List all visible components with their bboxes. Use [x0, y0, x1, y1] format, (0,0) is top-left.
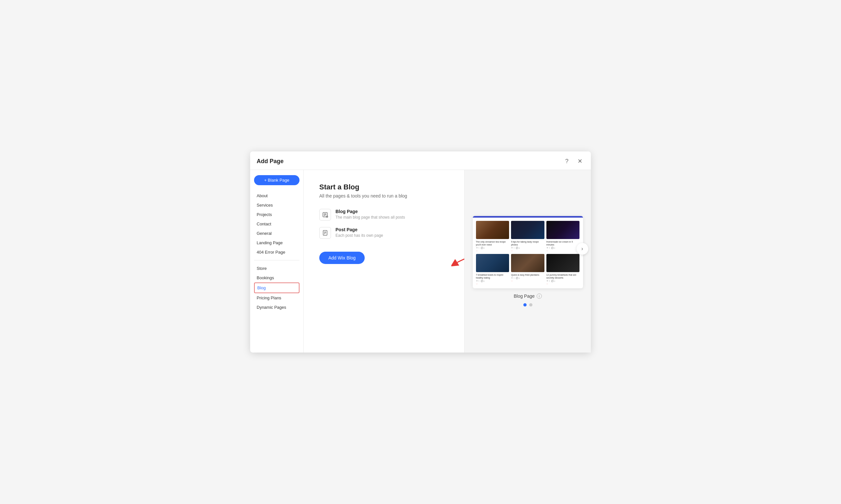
sidebar-item-404-error-page[interactable]: 404 Error Page: [254, 248, 300, 257]
blog-page-icon: [319, 209, 331, 220]
preview-heart-3: ♡: [547, 250, 580, 252]
preview-caption-1: The only cinnamon tea recipe you'll ever…: [476, 240, 509, 246]
sidebar-item-pricing-plans[interactable]: Pricing Plans: [254, 293, 300, 303]
blog-page-option-title: Blog Page: [336, 209, 405, 214]
close-button[interactable]: ✕: [575, 157, 584, 166]
preview-img-5: [511, 254, 544, 272]
preview-heart-5: ♡: [511, 280, 544, 282]
preview-meta-3: 👁 1💬 0: [547, 247, 580, 249]
blog-page-option: Blog Page The main blog page that shows …: [319, 209, 449, 220]
preview-img-4: [476, 254, 509, 272]
preview-card: The only cinnamon tea recipe you'll ever…: [473, 216, 583, 288]
post-page-icon: [319, 227, 331, 239]
carousel-dot-2[interactable]: [529, 303, 533, 306]
sidebar-nav-group2: Store Bookings Blog Pricing Plans Dynami…: [254, 264, 300, 312]
main-content: Start a Blog All the pages & tools you n…: [304, 170, 464, 353]
post-page-option-title: Post Page: [336, 227, 383, 232]
preview-item-6: 12 yummy breakfasts that are secretly de…: [547, 254, 580, 285]
page-options: Blog Page The main blog page that shows …: [319, 209, 449, 239]
preview-meta-2: 👁 1💬 0: [511, 247, 544, 249]
add-button-wrapper: Add Wix Blog: [319, 252, 449, 264]
post-page-option: Post Page Each post has its own page: [319, 227, 449, 239]
section-subtitle: All the pages & tools you need to run a …: [319, 193, 449, 198]
preview-label-text: Blog Page: [514, 293, 535, 299]
preview-meta-6: 👁 1💬 0: [547, 280, 580, 282]
preview-caption-5: Quick & easy fried plantains: [511, 273, 544, 276]
dialog-header: Add Page ? ✕: [250, 151, 591, 170]
preview-label: Blog Page i: [514, 293, 542, 299]
sidebar-item-dynamic-pages[interactable]: Dynamic Pages: [254, 303, 300, 312]
sidebar-item-projects[interactable]: Projects: [254, 210, 300, 219]
preview-img-1: [476, 221, 509, 239]
preview-caption-6: 12 yummy breakfasts that are secretly de…: [547, 273, 580, 279]
sidebar-item-about[interactable]: About: [254, 191, 300, 200]
carousel-next-button[interactable]: ›: [576, 243, 588, 255]
preview-caption-4: 7 breakfast bowls to inspire healthy eat…: [476, 273, 509, 279]
sidebar-divider: [254, 260, 300, 260]
preview-heart-2: ♡: [511, 250, 544, 252]
dialog-actions: ? ✕: [562, 157, 584, 166]
preview-meta-4: 👁 1💬 0: [476, 280, 509, 282]
preview-heart-6: ♡: [547, 283, 580, 285]
preview-item-2: 5 tips for taking tasty recipe photos 👁 …: [511, 221, 544, 252]
preview-item-3: Homemade ice cream in 5 minutes 👁 1💬 0 ♡: [547, 221, 580, 252]
sidebar-nav-group1: About Services Projects Contact General …: [254, 191, 300, 257]
add-wix-blog-button[interactable]: Add Wix Blog: [319, 252, 365, 264]
sidebar-item-bookings[interactable]: Bookings: [254, 273, 300, 283]
preview-meta-5: 👁 1💬 0: [511, 277, 544, 279]
preview-item-4: 7 breakfast bowls to inspire healthy eat…: [476, 254, 509, 285]
preview-heart-4: ♡: [476, 283, 509, 285]
sidebar-item-contact[interactable]: Contact: [254, 219, 300, 229]
preview-img-6: [547, 254, 580, 272]
info-icon[interactable]: i: [537, 293, 542, 299]
add-page-dialog: Add Page ? ✕ + Blank Page About Services…: [250, 151, 591, 353]
section-title: Start a Blog: [319, 183, 449, 191]
preview-img-2: [511, 221, 544, 239]
dialog-body: + Blank Page About Services Projects Con…: [250, 170, 591, 353]
preview-item-5: Quick & easy fried plantains 👁 1💬 0 ♡: [511, 254, 544, 285]
preview-item-1: The only cinnamon tea recipe you'll ever…: [476, 221, 509, 252]
sidebar-item-general[interactable]: General: [254, 229, 300, 238]
post-page-option-text: Post Page Each post has its own page: [336, 227, 383, 238]
blog-page-option-desc: The main blog page that shows all posts: [336, 215, 405, 220]
preview-grid: The only cinnamon tea recipe you'll ever…: [473, 218, 583, 288]
sidebar-item-blog[interactable]: Blog: [254, 283, 300, 293]
preview-caption-3: Homemade ice cream in 5 minutes: [547, 240, 580, 246]
sidebar: + Blank Page About Services Projects Con…: [250, 170, 304, 353]
preview-heart-1: ♡: [476, 250, 509, 252]
sidebar-item-services[interactable]: Services: [254, 200, 300, 210]
sidebar-item-landing-page[interactable]: Landing Page: [254, 238, 300, 248]
sidebar-item-store[interactable]: Store: [254, 264, 300, 273]
preview-card-wrapper: The only cinnamon tea recipe you'll ever…: [473, 216, 583, 288]
preview-caption-2: 5 tips for taking tasty recipe photos: [511, 240, 544, 246]
preview-panel: The only cinnamon tea recipe you'll ever…: [464, 170, 591, 353]
blog-page-option-text: Blog Page The main blog page that shows …: [336, 209, 405, 220]
blank-page-button[interactable]: + Blank Page: [254, 175, 300, 185]
carousel-dot-1[interactable]: [523, 303, 526, 306]
post-page-option-desc: Each post has its own page: [336, 233, 383, 238]
preview-meta-1: 👁 1💬 0: [476, 247, 509, 249]
dialog-title: Add Page: [257, 158, 284, 165]
preview-img-3: [547, 221, 580, 239]
carousel-dots: [523, 303, 533, 306]
help-button[interactable]: ?: [562, 157, 571, 166]
